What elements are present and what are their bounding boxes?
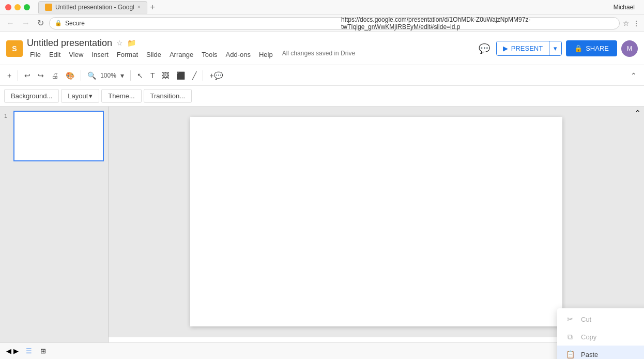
toolbar-line-button[interactable]: ╱ — [189, 69, 200, 82]
folder-button[interactable]: 📁 — [127, 39, 136, 47]
cut-label: Cut — [581, 316, 644, 323]
tab-close-button[interactable]: × — [137, 4, 141, 10]
cut-icon: ✂ — [565, 315, 575, 324]
slides-panel: 1 — [0, 107, 109, 359]
zoom-level: 100% — [100, 72, 116, 79]
forward-button[interactable]: → — [20, 18, 32, 29]
menu-insert[interactable]: Insert — [88, 50, 112, 59]
present-button-group: ▶ PRESENT ▾ — [496, 41, 562, 56]
refresh-button[interactable]: ↻ — [35, 17, 46, 29]
slide-nav: ◀ ▶ — [6, 347, 19, 355]
lock-share-icon: 🔒 — [574, 44, 582, 52]
toolbar-sep-4 — [203, 70, 203, 81]
menu-bar: File Edit View Insert Format Slide Arran… — [27, 50, 472, 59]
comments-button[interactable]: 💬 — [477, 41, 492, 56]
toolbar-sep-3 — [130, 70, 131, 81]
toolbar-shapes-button[interactable]: ⬛ — [173, 69, 188, 82]
zoom-group: 🔍 100% ▾ — [84, 69, 127, 82]
layout-button[interactable]: Layout ▾ — [61, 89, 99, 103]
toolbar-collapse-button[interactable]: ⌃ — [627, 69, 640, 82]
slide-area: ⌃ ✂ Cut ⌘X ⧉ Copy ⌘C — [109, 107, 644, 359]
browser-menu-button[interactable]: ⋮ — [633, 19, 640, 27]
slide-thumb-1[interactable] — [13, 111, 104, 161]
menu-edit[interactable]: Edit — [46, 50, 64, 59]
toolbar-textbox-button[interactable]: T — [147, 69, 158, 82]
present-label: PRESENT — [511, 44, 543, 52]
copy-label: Copy — [581, 333, 644, 341]
slide-number-1: 1 — [4, 111, 10, 119]
present-dropdown-button[interactable]: ▾ — [549, 41, 561, 55]
menu-tools[interactable]: Tools — [198, 50, 220, 59]
toolbar-sep-2 — [81, 70, 81, 81]
main-toolbar: + ↩ ↪ 🖨 🎨 🔍 100% ▾ ↖ T 🖼 ⬛ ╱ +💬 ⌃ — [0, 65, 644, 86]
slide-canvas-area: ✂ Cut ⌘X ⧉ Copy ⌘C 📋 Paste ⌘V — [109, 107, 644, 337]
toolbar-image-button[interactable]: 🖼 — [159, 69, 172, 82]
toolbar-print-button[interactable]: 🖨 — [48, 69, 62, 82]
paste-icon: 📋 — [565, 350, 575, 359]
browser-tab[interactable]: Untitled presentation - Googl × — [38, 1, 147, 13]
slide-canvas[interactable]: ✂ Cut ⌘X ⧉ Copy ⌘C 📋 Paste ⌘V — [190, 117, 562, 326]
toolbar-redo-button[interactable]: ↪ — [35, 69, 47, 82]
doc-title: Untitled presentation — [27, 38, 112, 49]
new-tab-button[interactable]: + — [147, 3, 158, 12]
window-minimize-button[interactable] — [14, 4, 21, 10]
tab-title: Untitled presentation - Googl — [55, 4, 134, 11]
prev-slide-button[interactable]: ◀ — [6, 347, 11, 355]
doc-title-row: Untitled presentation ☆ 📁 — [27, 38, 472, 49]
logo-letter: S — [12, 44, 17, 53]
share-button[interactable]: 🔒 SHARE — [566, 40, 617, 56]
star-button[interactable]: ☆ — [116, 39, 123, 47]
toolbar-paintformat-button[interactable]: 🎨 — [63, 69, 78, 82]
autosave-status: All changes saved in Drive — [282, 50, 355, 59]
bookmark-button[interactable]: ☆ — [623, 19, 630, 27]
main-content: 1 ⌃ ✂ Cut ⌘X ⧉ Copy — [0, 107, 644, 359]
context-menu-paste[interactable]: 📋 Paste ⌘V — [557, 346, 644, 359]
doc-title-area: Untitled presentation ☆ 📁 File Edit View… — [27, 38, 472, 59]
panel-collapse-button[interactable]: ⌃ — [632, 107, 644, 119]
context-menu-cut[interactable]: ✂ Cut ⌘X — [557, 310, 644, 328]
menu-help[interactable]: Help — [256, 50, 276, 59]
menu-addons[interactable]: Add-ons — [223, 50, 254, 59]
toolbar-comment-add-button[interactable]: +💬 — [206, 69, 225, 82]
next-slide-button[interactable]: ▶ — [13, 347, 19, 355]
bottom-bar: ◀ ▶ ☰ ⊞ ⤢ — [0, 342, 644, 359]
theme-button[interactable]: Theme... — [101, 89, 141, 103]
zoom-button[interactable]: 🔍 — [84, 69, 99, 82]
menu-slide[interactable]: Slide — [143, 50, 164, 59]
slide-view-toggle: ☰ ⊞ — [23, 346, 49, 356]
menu-format[interactable]: Format — [114, 50, 141, 59]
window-maximize-button[interactable] — [24, 4, 30, 10]
header-actions: 💬 ▶ PRESENT ▾ 🔒 SHARE M — [477, 40, 638, 57]
filmstrip-view-button[interactable]: ☰ — [23, 346, 35, 356]
toolbar-undo-button[interactable]: ↩ — [21, 69, 34, 82]
menu-file[interactable]: File — [27, 50, 44, 59]
present-main-button[interactable]: ▶ PRESENT — [497, 41, 549, 55]
slides-logo: S — [6, 40, 23, 57]
address-bar-row: ← → ↻ 🔒 Secure https://docs.google.com/p… — [0, 14, 644, 32]
tab-favicon — [45, 4, 52, 11]
menu-arrange[interactable]: Arrange — [166, 50, 196, 59]
present-icon: ▶ — [503, 44, 508, 52]
toolbar-sep-1 — [18, 70, 18, 81]
browser-user: Michael — [614, 4, 639, 11]
user-avatar[interactable]: M — [621, 40, 638, 57]
context-menu-copy[interactable]: ⧉ Copy ⌘C — [557, 328, 644, 346]
address-bar[interactable]: 🔒 Secure https://docs.google.com/present… — [49, 17, 620, 29]
window-close-button[interactable] — [5, 4, 11, 10]
menu-view[interactable]: View — [66, 50, 86, 59]
toolbar-add-button[interactable]: + — [4, 69, 14, 82]
background-button[interactable]: Background... — [4, 89, 59, 103]
secure-label: Secure — [65, 20, 338, 27]
copy-icon: ⧉ — [565, 332, 575, 341]
back-button[interactable]: ← — [4, 18, 17, 29]
title-bar: Untitled presentation - Googl × + Michae… — [0, 0, 644, 14]
toolbar-cursor-button[interactable]: ↖ — [134, 69, 146, 82]
layout-label: Layout — [68, 92, 88, 100]
transition-button[interactable]: Transition... — [144, 89, 192, 103]
slide-thumbnail-1[interactable]: 1 — [4, 111, 104, 161]
window-controls — [5, 4, 30, 10]
paste-label: Paste — [581, 351, 644, 358]
slide-toolbar: Background... Layout ▾ Theme... Transiti… — [0, 86, 644, 107]
grid-view-button[interactable]: ⊞ — [37, 346, 49, 356]
zoom-dropdown-button[interactable]: ▾ — [117, 69, 127, 82]
